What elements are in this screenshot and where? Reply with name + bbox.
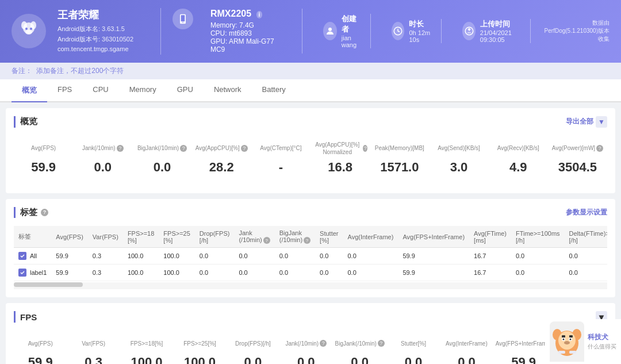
tags-info-icon[interactable]: ? [41, 209, 48, 216]
tab-memory[interactable]: Memory [119, 79, 167, 102]
appcpu-info-icon[interactable]: ? [241, 145, 248, 152]
col-ftime: Avg(FTime)[ms] [469, 226, 511, 248]
col-jank-icon[interactable]: ? [263, 237, 270, 244]
svg-point-8 [182, 22, 183, 23]
logo-icon [17, 20, 40, 43]
table-row: label1 59.9 0.3 100.0 100.0 0.0 0.0 0.0 … [14, 265, 607, 281]
creator-info: 创建者 jian wang [342, 14, 362, 48]
creator-section: 创建者 jian wang [314, 14, 371, 48]
upload-section: 上传时间 21/04/2021 09:30:05 [453, 19, 530, 43]
col-ftime100: FTime>=100ms[/h] [511, 226, 565, 248]
jank-info-icon[interactable]: ? [117, 145, 124, 152]
stat-avg-fps: Avg(FPS) 59.9 [14, 136, 73, 179]
horizontal-scrollbar[interactable] [14, 282, 607, 289]
tags-title: 标签 [20, 207, 37, 218]
fps-section: FPS ▼ Avg(FPS) 59.9 Var(FPS) 0.3 FPS>=18… [6, 303, 615, 364]
label1-checkbox[interactable] [18, 269, 26, 277]
tags-table-head: 标签 Avg(FPS) Var(FPS) FPS>=18[%] FPS>=25[… [14, 226, 607, 248]
app-header: 王者荣耀 Android版本名: 3.63.1.5 Android版本号: 36… [0, 0, 621, 63]
remark-placeholder[interactable]: 添加备注，不超过200个字符 [36, 67, 124, 75]
fps-stat-drop: Drop(FPS)[/h] 0.0 [227, 331, 279, 364]
fps-stat-bigjank: BigJank(/10min)? 0.0 [333, 331, 387, 364]
fps-stat-stutter: Stutter[%] 0.0 [387, 331, 440, 364]
upload-time-icon [464, 26, 474, 36]
tab-cpu[interactable]: CPU [82, 79, 118, 102]
stat-appcpu-norm: Avg(AppCPU)[%] Normalized? 16.8 [310, 136, 370, 179]
col-tag-label: 标签 [14, 226, 51, 248]
app-logo [12, 14, 46, 48]
remark-bar: 备注： 添加备注，不超过200个字符 [0, 63, 621, 79]
svg-point-5 [25, 30, 32, 35]
tab-bar: 概览 FPS CPU Memory GPU Network Battery [0, 79, 621, 102]
fps-stat-jank: Jank(/10min)? 0.0 [279, 331, 332, 364]
duration-value: 0h 12m 10s [409, 29, 432, 43]
overview-section: 概览 导出全部 ▼ Avg(FPS) 59.9 Jank(/10min)? 0.… [6, 108, 615, 193]
fps-bigjank-info-icon[interactable]: ? [378, 340, 385, 347]
export-button[interactable]: 导出全部 ▼ [566, 116, 607, 128]
stat-avg-send: Avg(Send)[KB/s] 3.0 [429, 136, 488, 179]
tags-header: 标签 ? 参数显示设置 [14, 207, 607, 218]
stat-jank: Jank(/10min)? 0.0 [73, 136, 132, 179]
package-name: com.tencent.tmgp.sgame [57, 44, 149, 55]
overview-title-text: 概览 [20, 116, 37, 127]
duration-section: 时长 0h 12m 10s [382, 19, 442, 43]
dropdown-arrow-icon[interactable]: ▼ [596, 116, 607, 128]
col-stutter: Stutter[%] [315, 226, 343, 248]
fps-title-text: FPS [20, 312, 37, 322]
fps-jank-info-icon[interactable]: ? [320, 340, 327, 347]
col-interframe: Avg(InterFrame) [343, 226, 398, 248]
fps-dropdown-icon[interactable]: ▼ [596, 311, 607, 323]
row-label1-label: label1 [14, 265, 51, 281]
upload-info: 上传时间 21/04/2021 09:30:05 [480, 19, 521, 43]
creator-value: jian wang [342, 35, 362, 48]
tab-battery[interactable]: Battery [252, 79, 296, 102]
duration-icon-wrap [392, 22, 404, 40]
svg-point-3 [25, 28, 28, 30]
appcpu-norm-info-icon[interactable]: ? [363, 145, 367, 152]
col-var-fps: Var(FPS) [88, 226, 123, 248]
clock-icon [393, 26, 403, 36]
device-info: RMX2205 i Memory: 7.4G CPU: mt6893 GPU: … [199, 9, 302, 53]
fps-stat-var: Var(FPS) 0.3 [67, 331, 120, 364]
col-bigjank-icon[interactable]: ? [304, 237, 310, 244]
fps-stat-25: FPS>=25[%] 100.0 [173, 331, 226, 364]
overview-title: 概览 [20, 116, 37, 127]
tags-table-body: All 59.9 0.3 100.0 100.0 0.0 0.0 0.0 0.0… [14, 248, 607, 281]
fps-stat-fps-inter: Avg(FPS+InterFrame) 59.9 [493, 331, 554, 364]
device-model: RMX2205 i [210, 9, 290, 19]
svg-rect-7 [181, 16, 185, 22]
stat-avg-power: Avg(Power)[mW]? 3504.5 [548, 136, 607, 179]
overview-stats: Avg(FPS) 59.9 Jank(/10min)? 0.0 BigJank(… [14, 136, 607, 179]
tab-network[interactable]: Network [204, 79, 252, 102]
device-gpu: GPU: ARM Mali-G77 MC9 [210, 37, 290, 53]
device-info-wrap: RMX2205 i Memory: 7.4G CPU: mt6893 GPU: … [172, 9, 302, 53]
tags-table: 标签 Avg(FPS) Var(FPS) FPS>=18[%] FPS>=25[… [14, 226, 607, 282]
svg-point-9 [328, 28, 332, 31]
all-checkbox[interactable] [18, 252, 26, 260]
col-bigjank: BigJank(/10min)? [275, 226, 315, 248]
scrollbar-thumb[interactable] [14, 282, 83, 287]
table-row: All 59.9 0.3 100.0 100.0 0.0 0.0 0.0 0.0… [14, 248, 607, 265]
fps-stat-18: FPS>=18[%] 100.0 [120, 331, 173, 364]
param-display-settings[interactable]: 参数显示设置 [566, 208, 607, 217]
fps-stat-ftime: Avg(FTime) 1... [554, 331, 607, 364]
tab-overview[interactable]: 概览 [12, 79, 47, 102]
fps-stats: Avg(FPS) 59.9 Var(FPS) 0.3 FPS>=18[%] 10… [14, 331, 607, 364]
remark-label: 备注： [12, 67, 32, 75]
col-avg-fps: Avg(FPS) [51, 226, 87, 248]
android-build: Android版本号: 363010502 [57, 35, 149, 45]
fps-header: FPS ▼ [14, 311, 607, 323]
power-info-icon[interactable]: ? [596, 145, 603, 152]
tab-gpu[interactable]: GPU [167, 79, 204, 102]
tags-table-container: 标签 Avg(FPS) Var(FPS) FPS>=18[%] FPS>=25[… [14, 226, 607, 290]
bigjank-info-icon[interactable]: ? [180, 145, 187, 152]
tab-fps[interactable]: FPS [47, 79, 82, 102]
duration-label: 时长 [409, 19, 432, 29]
svg-point-4 [30, 28, 32, 30]
app-info: 王者荣耀 Android版本名: 3.63.1.5 Android版本号: 36… [57, 8, 161, 55]
creator-label: 创建者 [342, 14, 362, 35]
export-label: 导出全部 [566, 117, 593, 127]
stat-peak-memory: Peak(Memory)[MB] 1571.0 [370, 136, 429, 179]
col-fps-inter: Avg(FPS+InterFrame) [398, 226, 469, 248]
upload-icon-wrap [462, 22, 475, 40]
